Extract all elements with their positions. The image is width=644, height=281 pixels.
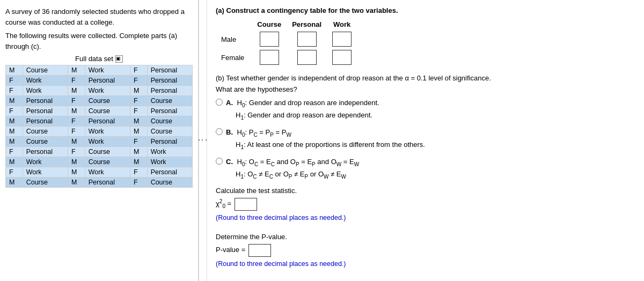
option-b-h0: B. H0: PC = PP = PW <box>226 127 425 139</box>
data-icon[interactable]: ▣ <box>115 55 123 63</box>
table-cell: F <box>130 76 147 86</box>
table-cell: Course <box>85 96 130 106</box>
chi-sq-row: χ20 = <box>216 198 635 211</box>
option-a-text: A. H0: Gender and drop reason are indepe… <box>226 98 379 122</box>
part-a-title: (a) Construct a contingency table for th… <box>216 6 635 14</box>
part-b-section: (b) Test whether gender is independent o… <box>216 74 635 181</box>
table-cell: Work <box>23 86 68 96</box>
round-note-1: (Round to three decimal places as needed… <box>216 214 635 221</box>
table-cell: F <box>68 127 85 137</box>
table-cell: M <box>6 178 23 188</box>
table-cell: M <box>6 65 23 76</box>
table-cell: M <box>68 106 85 116</box>
table-cell: Personal <box>147 76 192 86</box>
table-cell: M <box>6 157 23 167</box>
contingency-input-r1-c2[interactable] <box>332 50 352 65</box>
table-cell: F <box>130 137 147 147</box>
p-value-input[interactable] <box>248 244 271 257</box>
table-cell: M <box>68 178 85 188</box>
table-cell: M <box>68 157 85 167</box>
option-b-text: B. H0: PC = PP = PW H1: At least one of … <box>226 127 425 151</box>
table-cell: Course <box>85 106 130 116</box>
table-cell: M <box>130 127 147 137</box>
table-cell: Personal <box>147 167 192 178</box>
table-cell: Work <box>23 76 68 86</box>
row-label-female: Female <box>216 48 252 66</box>
table-cell: M <box>68 65 85 76</box>
contingency-input-r0-c0[interactable] <box>260 32 279 47</box>
hypotheses-label: What are the hypotheses? <box>216 85 635 93</box>
table-cell: F <box>130 96 147 106</box>
table-cell: Work <box>85 65 130 76</box>
option-a-radio[interactable] <box>216 99 223 106</box>
contingency-input-r1-c1[interactable] <box>297 50 317 65</box>
option-b-h1: H1: At least one of the proportions is d… <box>226 139 425 152</box>
table-cell: Work <box>147 157 192 167</box>
p-value-row: P-value = <box>216 244 635 257</box>
chi-sq-input[interactable] <box>235 198 257 211</box>
table-cell: M <box>68 137 85 147</box>
table-cell: M <box>68 167 85 178</box>
table-cell: Personal <box>23 106 68 116</box>
table-cell: Work <box>147 147 192 157</box>
intro-line2: The following results were collected. Co… <box>5 31 193 51</box>
table-cell: Work <box>85 86 130 96</box>
table-cell: Course <box>23 127 68 137</box>
panel-divider[interactable]: ⋮ <box>199 0 207 281</box>
table-cell: Work <box>23 167 68 178</box>
calc-section: Calculate the test statistic. χ20 = (Rou… <box>216 187 635 268</box>
table-cell: F <box>68 76 85 86</box>
table-cell: F <box>130 65 147 76</box>
option-c-h1: H1: OC ≠ EC or OP ≠ EP or OW ≠ EW <box>226 169 359 181</box>
table-cell: Course <box>23 65 68 76</box>
calc-label: Calculate the test statistic. <box>216 187 635 195</box>
p-value-eq-label: P-value = <box>216 246 245 254</box>
table-cell: Personal <box>147 65 192 76</box>
contingency-table: Course Personal Work MaleFemale <box>216 19 357 66</box>
option-c-h0: C. H0: OC = EC and OP = EP and OW = EW <box>226 157 359 169</box>
table-cell: F <box>130 178 147 188</box>
table-cell: Personal <box>85 178 130 188</box>
table-cell: M <box>6 137 23 147</box>
left-panel: A survey of 36 randomly selected student… <box>0 0 199 281</box>
contingency-area: Course Personal Work MaleFemale <box>216 19 635 66</box>
table-cell: M <box>6 127 23 137</box>
table-cell: Work <box>85 127 130 137</box>
table-cell: M <box>6 116 23 127</box>
chi-sq-label: χ20 = <box>216 199 233 208</box>
table-cell: Personal <box>23 116 68 127</box>
contingency-input-r0-c2[interactable] <box>332 32 352 47</box>
table-cell: Personal <box>85 76 130 86</box>
table-cell: Personal <box>85 116 130 127</box>
table-cell: F <box>68 147 85 157</box>
contingency-input-r1-c0[interactable] <box>260 50 279 65</box>
table-cell: M <box>68 86 85 96</box>
table-cell: F <box>68 116 85 127</box>
table-cell: Personal <box>23 147 68 157</box>
option-b-radio[interactable] <box>216 128 223 135</box>
table-cell: Course <box>147 96 192 106</box>
table-cell: M <box>130 86 147 96</box>
option-c-text: C. H0: OC = EC and OP = EP and OW = EW H… <box>226 157 359 181</box>
table-cell: Course <box>23 178 68 188</box>
table-cell: F <box>68 96 85 106</box>
option-c-radio[interactable] <box>216 158 223 165</box>
option-a-row: A. H0: Gender and drop reason are indepe… <box>216 98 635 122</box>
contingency-input-r0-c1[interactable] <box>297 32 317 47</box>
table-cell: Course <box>85 147 130 157</box>
table-cell: F <box>130 106 147 116</box>
col-header-personal: Personal <box>287 19 327 30</box>
full-data-label: Full data set ▣ <box>5 55 193 63</box>
table-cell: F <box>130 167 147 178</box>
option-c-row: C. H0: OC = EC and OP = EP and OW = EW H… <box>216 157 635 181</box>
table-cell: Course <box>147 116 192 127</box>
table-cell: M <box>6 96 23 106</box>
table-cell: Work <box>85 167 130 178</box>
option-b-row: B. H0: PC = PP = PW H1: At least one of … <box>216 127 635 151</box>
table-cell: Personal <box>147 86 192 96</box>
table-cell: F <box>6 147 23 157</box>
col-header-work: Work <box>327 19 357 30</box>
option-a-h0: A. H0: Gender and drop reason are indepe… <box>226 98 379 110</box>
table-cell: F <box>6 86 23 96</box>
table-cell: F <box>6 76 23 86</box>
